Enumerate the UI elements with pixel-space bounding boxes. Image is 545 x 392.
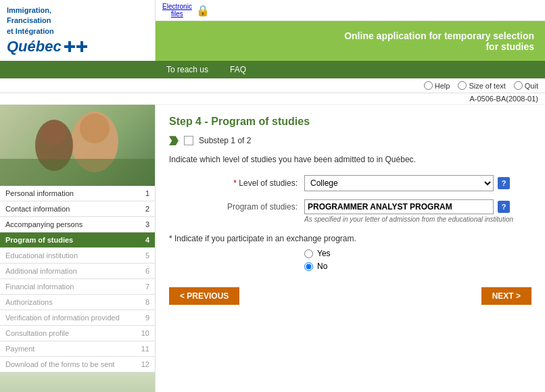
sidebar-item-consultation[interactable]: Consultation profile 10 [0,326,155,341]
sidebar-item-authorizations[interactable]: Authorizations 8 [0,295,155,310]
help-option[interactable]: Help [424,81,450,90]
sidebar-label-financial: Financial information [5,283,145,291]
prev-button[interactable]: < PREVIOUS [169,287,239,305]
step-arrow-icon [169,136,179,145]
electronic-files-link[interactable]: Electronic files [162,3,192,18]
banner-title: Online application for temporary selecti… [344,30,534,52]
sidebar-label-program: Program of studies [5,236,145,244]
sidebar-num-payment: 11 [141,345,149,353]
sidebar-num-download: 12 [141,360,149,368]
program-field: ? As specified in your letter of admissi… [304,199,513,223]
exchange-options: Yes No [169,249,531,271]
sidebar-item-personal[interactable]: Personal information 1 [0,186,155,201]
sidebar-num-financial: 7 [145,283,149,291]
sidebar-item-program[interactable]: Program of studies 4 [0,232,155,248]
size-option[interactable]: Size of text [458,81,505,90]
sidebar-label-authorizations: Authorizations [5,298,145,306]
substep-label: Substep 1 of 2 [199,136,251,145]
sidebar-label-payment: Payment [5,345,141,353]
next-button[interactable]: NEXT > [481,287,531,305]
svg-rect-3 [76,45,87,48]
sidebar-item-accompanying[interactable]: Accompanying persons 3 [0,217,155,232]
sidebar-item-educational[interactable]: Educational institution 5 [0,248,155,264]
fleur-icon-2 [76,41,87,52]
svg-point-5 [80,114,110,143]
sidebar-bottom [0,372,155,392]
sidebar-num-program: 4 [145,236,149,244]
sidebar-item-financial[interactable]: Financial information 7 [0,279,155,295]
nav-reach[interactable]: To reach us [156,61,219,78]
step-indicator: Substep 1 of 2 [169,136,531,145]
sidebar-item-verification[interactable]: Verification of information provided 9 [0,310,155,326]
program-note: As specified in your letter of admission… [304,216,513,223]
exchange-yes-option[interactable]: Yes [304,249,531,258]
sidebar-nav: Personal information 1 Contact informati… [0,186,155,372]
logo-line1: Immigration, [7,6,51,14]
sidebar-label-educational: Educational institution [5,251,145,260]
logo-line2: Francisation [7,16,51,24]
sidebar-item-contact[interactable]: Contact information 2 [0,201,155,217]
sidebar-num-verification: 9 [145,314,149,322]
sidebar-photo [0,105,155,186]
sidebar-num-accompanying: 3 [145,220,149,228]
exchange-no-label: No [317,262,327,271]
ref-number: A-0506-BA(2008-01) [469,95,538,103]
ref-bar: A-0506-BA(2008-01) [0,93,545,105]
level-field: College University Vocational Secondary … [304,175,510,191]
sidebar-num-authorizations: 8 [145,298,149,306]
sidebar-label-consultation: Consultation profile [5,329,141,337]
sidebar-num-personal: 1 [145,189,149,197]
level-label: * Level of studies: [169,178,304,188]
page-title: Step 4 - Program of studies [169,116,531,128]
main-content: Step 4 - Program of studies Substep 1 of… [156,105,545,392]
exchange-section: * Indicate if you participate in an exch… [169,234,531,271]
sidebar-label-contact: Contact information [5,205,145,213]
exchange-no-option[interactable]: No [304,262,531,271]
sidebar-item-additional[interactable]: Additional information 6 [0,264,155,279]
sidebar-item-download[interactable]: Download of the forms to be sent 12 [0,357,155,372]
exchange-yes-radio[interactable] [304,249,313,258]
banner: Online application for temporary selecti… [156,21,545,61]
sidebar-item-payment[interactable]: Payment 11 [0,341,155,357]
exchange-no-radio[interactable] [304,262,313,271]
required-star: * [233,178,237,188]
exchange-yes-label: Yes [317,249,331,258]
level-help-btn[interactable]: ? [498,177,510,189]
exchange-question: * Indicate if you participate in an exch… [169,234,531,243]
program-help-btn[interactable]: ? [498,201,510,213]
step-checkbox [184,136,193,145]
svg-point-7 [42,121,66,145]
program-label: Program of studies: [169,199,304,212]
level-select[interactable]: College University Vocational Secondary [304,175,494,191]
logo-line3: et Intégration [7,27,54,35]
svg-rect-8 [0,159,155,186]
lock-icon: 🔒 [196,4,210,17]
program-input[interactable] [304,199,494,214]
sidebar-label-verification: Verification of information provided [5,314,145,322]
program-row: Program of studies: ? As specified in yo… [169,199,531,223]
sidebar-num-additional: 6 [145,267,149,275]
sidebar-label-download: Download of the forms to be sent [5,360,141,368]
sidebar-num-educational: 5 [145,251,149,260]
svg-rect-1 [64,45,75,48]
sidebar-num-contact: 2 [145,205,149,213]
sidebar-label-additional: Additional information [5,267,145,275]
level-row: * Level of studies: College University V… [169,175,531,191]
sidebar: Personal information 1 Contact informati… [0,105,156,392]
sidebar-num-consultation: 10 [141,329,149,337]
logo-area: Immigration, Francisation et Intégration… [0,0,156,61]
button-row: < PREVIOUS NEXT > [169,287,531,305]
sidebar-label-accompanying: Accompanying persons [5,220,145,228]
fleur-icon-1 [64,41,75,52]
sidebar-illustration [0,105,155,186]
intro-text: Indicate which level of studies you have… [169,155,531,164]
nav-bar: To reach us FAQ [0,61,545,78]
utility-bar: Help Size of text Quit [0,78,545,93]
quit-option[interactable]: Quit [514,81,538,90]
nav-faq[interactable]: FAQ [219,61,257,78]
sidebar-label-personal: Personal information [5,189,145,197]
logo-name: Québec [7,38,62,55]
